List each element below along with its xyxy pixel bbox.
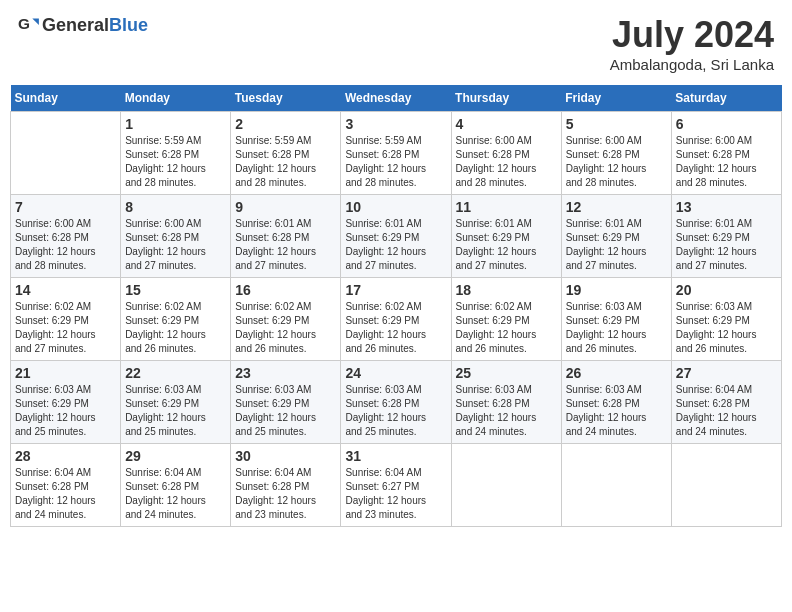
day-number: 17: [345, 282, 446, 298]
svg-marker-1: [32, 18, 39, 25]
weekday-header-saturday: Saturday: [671, 85, 781, 112]
day-number: 1: [125, 116, 226, 132]
day-number: 25: [456, 365, 557, 381]
logo: G GeneralBlue: [18, 14, 148, 36]
calendar-cell: 16Sunrise: 6:02 AMSunset: 6:29 PMDayligh…: [231, 278, 341, 361]
day-info: Sunrise: 5:59 AMSunset: 6:28 PMDaylight:…: [125, 134, 226, 190]
week-row-1: 1Sunrise: 5:59 AMSunset: 6:28 PMDaylight…: [11, 112, 782, 195]
day-number: 18: [456, 282, 557, 298]
day-number: 4: [456, 116, 557, 132]
page-header: G GeneralBlue July 2024 Ambalangoda, Sri…: [10, 10, 782, 77]
day-info: Sunrise: 6:01 AMSunset: 6:28 PMDaylight:…: [235, 217, 336, 273]
day-info: Sunrise: 6:00 AMSunset: 6:28 PMDaylight:…: [676, 134, 777, 190]
day-number: 24: [345, 365, 446, 381]
weekday-header-tuesday: Tuesday: [231, 85, 341, 112]
calendar-cell: 12Sunrise: 6:01 AMSunset: 6:29 PMDayligh…: [561, 195, 671, 278]
day-info: Sunrise: 6:01 AMSunset: 6:29 PMDaylight:…: [456, 217, 557, 273]
title-block: July 2024 Ambalangoda, Sri Lanka: [610, 14, 774, 73]
day-number: 23: [235, 365, 336, 381]
day-number: 9: [235, 199, 336, 215]
day-number: 31: [345, 448, 446, 464]
day-number: 14: [15, 282, 116, 298]
day-info: Sunrise: 6:04 AMSunset: 6:28 PMDaylight:…: [15, 466, 116, 522]
calendar-cell: 22Sunrise: 6:03 AMSunset: 6:29 PMDayligh…: [121, 361, 231, 444]
day-info: Sunrise: 6:02 AMSunset: 6:29 PMDaylight:…: [345, 300, 446, 356]
day-number: 27: [676, 365, 777, 381]
calendar-cell: 27Sunrise: 6:04 AMSunset: 6:28 PMDayligh…: [671, 361, 781, 444]
day-info: Sunrise: 6:03 AMSunset: 6:28 PMDaylight:…: [456, 383, 557, 439]
day-number: 3: [345, 116, 446, 132]
calendar-cell: 13Sunrise: 6:01 AMSunset: 6:29 PMDayligh…: [671, 195, 781, 278]
day-info: Sunrise: 6:03 AMSunset: 6:29 PMDaylight:…: [15, 383, 116, 439]
day-number: 30: [235, 448, 336, 464]
calendar-cell: 3Sunrise: 5:59 AMSunset: 6:28 PMDaylight…: [341, 112, 451, 195]
day-number: 2: [235, 116, 336, 132]
weekday-header-sunday: Sunday: [11, 85, 121, 112]
calendar-table: SundayMondayTuesdayWednesdayThursdayFrid…: [10, 85, 782, 527]
calendar-cell: 6Sunrise: 6:00 AMSunset: 6:28 PMDaylight…: [671, 112, 781, 195]
calendar-cell: 23Sunrise: 6:03 AMSunset: 6:29 PMDayligh…: [231, 361, 341, 444]
calendar-cell: 10Sunrise: 6:01 AMSunset: 6:29 PMDayligh…: [341, 195, 451, 278]
day-info: Sunrise: 6:02 AMSunset: 6:29 PMDaylight:…: [456, 300, 557, 356]
calendar-cell: 15Sunrise: 6:02 AMSunset: 6:29 PMDayligh…: [121, 278, 231, 361]
day-number: 29: [125, 448, 226, 464]
day-number: 19: [566, 282, 667, 298]
day-info: Sunrise: 5:59 AMSunset: 6:28 PMDaylight:…: [345, 134, 446, 190]
calendar-cell: 8Sunrise: 6:00 AMSunset: 6:28 PMDaylight…: [121, 195, 231, 278]
calendar-cell: 17Sunrise: 6:02 AMSunset: 6:29 PMDayligh…: [341, 278, 451, 361]
calendar-cell: 14Sunrise: 6:02 AMSunset: 6:29 PMDayligh…: [11, 278, 121, 361]
day-info: Sunrise: 6:01 AMSunset: 6:29 PMDaylight:…: [345, 217, 446, 273]
weekday-header-thursday: Thursday: [451, 85, 561, 112]
calendar-cell: 20Sunrise: 6:03 AMSunset: 6:29 PMDayligh…: [671, 278, 781, 361]
calendar-cell: 26Sunrise: 6:03 AMSunset: 6:28 PMDayligh…: [561, 361, 671, 444]
day-info: Sunrise: 6:02 AMSunset: 6:29 PMDaylight:…: [125, 300, 226, 356]
calendar-cell: 2Sunrise: 5:59 AMSunset: 6:28 PMDaylight…: [231, 112, 341, 195]
main-title: July 2024: [610, 14, 774, 56]
day-info: Sunrise: 6:02 AMSunset: 6:29 PMDaylight:…: [235, 300, 336, 356]
svg-text:G: G: [18, 15, 30, 32]
day-info: Sunrise: 5:59 AMSunset: 6:28 PMDaylight:…: [235, 134, 336, 190]
day-number: 20: [676, 282, 777, 298]
logo-text-blue: Blue: [109, 15, 148, 35]
day-info: Sunrise: 6:03 AMSunset: 6:29 PMDaylight:…: [566, 300, 667, 356]
day-info: Sunrise: 6:00 AMSunset: 6:28 PMDaylight:…: [15, 217, 116, 273]
day-number: 6: [676, 116, 777, 132]
week-row-5: 28Sunrise: 6:04 AMSunset: 6:28 PMDayligh…: [11, 444, 782, 527]
calendar-cell: 9Sunrise: 6:01 AMSunset: 6:28 PMDaylight…: [231, 195, 341, 278]
calendar-cell: 24Sunrise: 6:03 AMSunset: 6:28 PMDayligh…: [341, 361, 451, 444]
week-row-2: 7Sunrise: 6:00 AMSunset: 6:28 PMDaylight…: [11, 195, 782, 278]
day-number: 8: [125, 199, 226, 215]
calendar-cell: 11Sunrise: 6:01 AMSunset: 6:29 PMDayligh…: [451, 195, 561, 278]
day-info: Sunrise: 6:04 AMSunset: 6:28 PMDaylight:…: [235, 466, 336, 522]
week-row-4: 21Sunrise: 6:03 AMSunset: 6:29 PMDayligh…: [11, 361, 782, 444]
day-number: 26: [566, 365, 667, 381]
weekday-header-wednesday: Wednesday: [341, 85, 451, 112]
calendar-cell: 28Sunrise: 6:04 AMSunset: 6:28 PMDayligh…: [11, 444, 121, 527]
calendar-cell: [451, 444, 561, 527]
calendar-cell: 30Sunrise: 6:04 AMSunset: 6:28 PMDayligh…: [231, 444, 341, 527]
week-row-3: 14Sunrise: 6:02 AMSunset: 6:29 PMDayligh…: [11, 278, 782, 361]
calendar-cell: 19Sunrise: 6:03 AMSunset: 6:29 PMDayligh…: [561, 278, 671, 361]
day-info: Sunrise: 6:01 AMSunset: 6:29 PMDaylight:…: [566, 217, 667, 273]
calendar-cell: 4Sunrise: 6:00 AMSunset: 6:28 PMDaylight…: [451, 112, 561, 195]
calendar-cell: 29Sunrise: 6:04 AMSunset: 6:28 PMDayligh…: [121, 444, 231, 527]
calendar-cell: 21Sunrise: 6:03 AMSunset: 6:29 PMDayligh…: [11, 361, 121, 444]
day-info: Sunrise: 6:03 AMSunset: 6:29 PMDaylight:…: [125, 383, 226, 439]
day-info: Sunrise: 6:01 AMSunset: 6:29 PMDaylight:…: [676, 217, 777, 273]
day-number: 5: [566, 116, 667, 132]
day-info: Sunrise: 6:04 AMSunset: 6:27 PMDaylight:…: [345, 466, 446, 522]
calendar-cell: 1Sunrise: 5:59 AMSunset: 6:28 PMDaylight…: [121, 112, 231, 195]
weekday-header-row: SundayMondayTuesdayWednesdayThursdayFrid…: [11, 85, 782, 112]
weekday-header-friday: Friday: [561, 85, 671, 112]
day-info: Sunrise: 6:00 AMSunset: 6:28 PMDaylight:…: [125, 217, 226, 273]
day-info: Sunrise: 6:04 AMSunset: 6:28 PMDaylight:…: [125, 466, 226, 522]
weekday-header-monday: Monday: [121, 85, 231, 112]
day-number: 22: [125, 365, 226, 381]
day-number: 13: [676, 199, 777, 215]
calendar-cell: 31Sunrise: 6:04 AMSunset: 6:27 PMDayligh…: [341, 444, 451, 527]
day-number: 10: [345, 199, 446, 215]
calendar-cell: 5Sunrise: 6:00 AMSunset: 6:28 PMDaylight…: [561, 112, 671, 195]
day-info: Sunrise: 6:00 AMSunset: 6:28 PMDaylight:…: [456, 134, 557, 190]
day-number: 21: [15, 365, 116, 381]
day-number: 15: [125, 282, 226, 298]
